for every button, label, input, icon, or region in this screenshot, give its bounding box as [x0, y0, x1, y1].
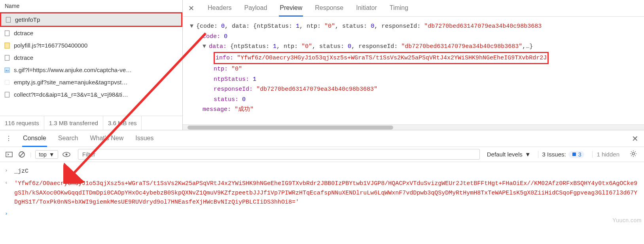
request-row[interactable]: collect?t=dc&aip=1&_r=3&v=1&_v=j98&ti…	[0, 88, 182, 101]
issues-button[interactable]: 3 Issues: 3	[538, 151, 589, 158]
info-icon	[572, 152, 577, 157]
request-name: getInfoTp	[15, 16, 40, 23]
json-property-status[interactable]: status: 0	[190, 95, 637, 105]
response-preview-panel: ✕ Headers Payload Preview Response Initi…	[183, 0, 644, 130]
json-viewer[interactable]: ▼{code: 0, data: {ntpStatus: 1, ntp: "0"…	[183, 17, 644, 124]
blank-file-icon	[4, 79, 10, 86]
file-icon	[4, 30, 10, 36]
status-requests: 116 requests	[0, 116, 44, 130]
svg-point-13	[632, 152, 635, 155]
request-name: dctrace	[14, 30, 33, 36]
issue-count-badge: 3	[568, 151, 585, 158]
scrollbar-thumb[interactable]	[188, 126, 393, 130]
chevron-down-icon: ▼	[525, 151, 531, 158]
svg-line-9	[20, 152, 24, 156]
svg-rect-12	[572, 152, 576, 156]
file-icon	[4, 55, 10, 61]
horizontal-scrollbar[interactable]	[183, 124, 644, 130]
expand-toggle-icon[interactable]: ▼	[203, 42, 207, 52]
status-transferred: 1.3 MB transferred	[44, 116, 103, 130]
svg-rect-0	[6, 17, 11, 22]
live-expression-icon[interactable]	[62, 150, 71, 159]
svg-rect-6	[5, 92, 9, 97]
tab-initiator[interactable]: Initiator	[355, 0, 377, 17]
file-icon	[4, 92, 10, 98]
close-icon[interactable]: ✕	[632, 134, 638, 143]
request-name: empty.js.gif?site_name=anjuke&tag=pvst…	[14, 79, 127, 86]
json-root[interactable]: ▼{code: 0, data: {ntpStatus: 1, ntp: "0"…	[190, 21, 637, 32]
request-row[interactable]: dctrace	[0, 51, 182, 64]
request-list: getInfoTp dctrace polyfill.js?t=16677504…	[0, 12, 182, 116]
console-drawer: ⋮ Console Search What's New Issues ✕ | t…	[0, 130, 644, 244]
request-row[interactable]: dctrace	[0, 27, 182, 39]
console-filter-input[interactable]	[78, 149, 480, 160]
json-property-ntpstatus[interactable]: ntpStatus: 1	[190, 74, 637, 85]
json-property-message[interactable]: message: "成功"	[190, 105, 637, 115]
svg-point-11	[65, 153, 67, 155]
tab-payload[interactable]: Payload	[243, 0, 268, 17]
toggle-sidebar-icon[interactable]	[5, 150, 13, 159]
network-request-panel: Name getInfoTp dctrace polyfill.js?t=166…	[0, 0, 183, 130]
svg-rect-4	[5, 68, 9, 72]
json-property-responseid[interactable]: responseId: "db7270bed63147079ea34b40c98…	[190, 84, 637, 95]
status-resources: 3.6 MB res	[103, 116, 142, 130]
tab-whatsnew[interactable]: What's New	[89, 131, 124, 147]
tab-response[interactable]: Response	[314, 0, 344, 17]
tab-console[interactable]: Console	[22, 131, 47, 147]
close-icon[interactable]: ✕	[187, 4, 196, 13]
svg-rect-3	[5, 55, 9, 60]
input-arrow-icon: ›	[5, 210, 10, 218]
clear-console-icon[interactable]	[17, 150, 26, 159]
network-status-bar: 116 requests 1.3 MB transferred 3.6 MB r…	[0, 116, 182, 130]
tab-preview[interactable]: Preview	[279, 0, 303, 17]
preview-tabs: ✕ Headers Payload Preview Response Initi…	[183, 0, 644, 17]
request-row[interactable]: s.gif?l=https://www.anjuke.com/captcha-v…	[0, 64, 182, 76]
json-property-data[interactable]: ▼data: data: {ntpStatus: 1, ntp: "0", st…	[190, 42, 637, 52]
tab-search[interactable]: Search	[57, 131, 79, 147]
request-name: dctrace	[14, 54, 33, 61]
column-header-name: Name	[0, 0, 182, 12]
image-file-icon	[4, 67, 10, 73]
json-property-code[interactable]: code: 0	[190, 32, 637, 42]
menu-icon[interactable]: ⋮	[6, 135, 12, 142]
console-output-text: 'Yfwf6z/O0aecry3HGyJ1o53qjXsz5s+WGraTS/t…	[14, 179, 639, 207]
settings-gear-icon[interactable]	[627, 150, 639, 158]
request-row-getinfotp[interactable]: getInfoTp	[0, 12, 182, 27]
tab-issues[interactable]: Issues	[134, 131, 154, 147]
chevron-down-icon: ▼	[49, 151, 55, 158]
console-output-line[interactable]: ‹ 'Yfwf6z/O0aecry3HGyJ1o53qjXsz5s+WGraTS…	[5, 177, 639, 208]
console-input-line[interactable]: › _jzC	[5, 165, 639, 177]
console-input-text: _jzC	[14, 167, 639, 176]
request-name: polyfill.js?t=1667750400000	[14, 42, 87, 49]
request-row[interactable]: polyfill.js?t=1667750400000	[0, 39, 182, 51]
json-property-info[interactable]: info: "Yfwf6z/O0aecry3HGyJ1o53qjXsz5s+WG…	[190, 52, 637, 65]
request-name: s.gif?l=https://www.anjuke.com/captcha-v…	[14, 67, 132, 73]
tab-timing[interactable]: Timing	[389, 0, 409, 17]
expand-toggle-icon[interactable]: ▼	[190, 21, 195, 32]
file-icon	[5, 17, 11, 23]
request-row[interactable]: empty.js.gif?site_name=anjuke&tag=pvst…	[0, 76, 182, 88]
hidden-messages-label[interactable]: 1 hidden	[592, 151, 623, 158]
output-arrow-icon: ‹	[5, 179, 10, 207]
drawer-tabs: ⋮ Console Search What's New Issues ✕	[0, 130, 644, 147]
execution-context-selector[interactable]: top▼	[35, 150, 58, 159]
svg-rect-1	[5, 30, 9, 36]
tab-headers[interactable]: Headers	[207, 0, 232, 17]
js-file-icon	[4, 42, 10, 49]
console-output[interactable]: › _jzC ‹ 'Yfwf6z/O0aecry3HGyJ1o53qjXsz5s…	[0, 162, 644, 244]
console-prompt[interactable]: ›	[5, 208, 639, 219]
input-arrow-icon: ›	[5, 167, 10, 176]
request-name: collect?t=dc&aip=1&_r=3&v=1&_v=j98&ti…	[14, 91, 128, 98]
svg-rect-5	[5, 80, 9, 84]
console-toolbar: | top▼ Default levels▼ 3 Issues: 3 1 hid…	[0, 147, 644, 162]
log-levels-selector[interactable]: Default levels▼	[484, 151, 534, 158]
json-property-ntp[interactable]: ntp: "0"	[190, 64, 637, 74]
svg-rect-2	[5, 43, 9, 48]
